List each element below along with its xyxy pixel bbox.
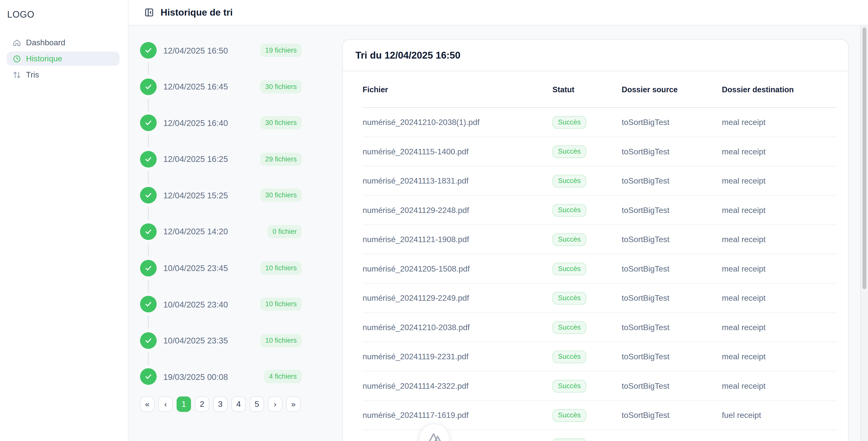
file-name: numérisé_20241210-2038(1).pdf xyxy=(363,118,552,127)
run-files-badge: 29 fichiers xyxy=(260,152,302,166)
destination-folder: meal receipt xyxy=(722,235,836,244)
collapse-sidebar-button[interactable] xyxy=(145,8,154,17)
file-name: numérisé_20241115-1400.pdf xyxy=(363,147,552,156)
source-folder: toSortBigTest xyxy=(622,264,722,273)
timeline-run: 10/04/2025 23:40 10 fichiers xyxy=(140,296,302,332)
destination-folder: meal receipt xyxy=(722,381,836,390)
table-body: numérisé_20241210-2038(1).pdf Succès toS… xyxy=(343,108,848,441)
source-folder: toSortBigTest xyxy=(622,294,722,302)
file-name: numérisé_20241129-2248.pdf xyxy=(363,206,552,214)
status-badge: Succès xyxy=(553,204,586,216)
success-check-icon xyxy=(140,332,157,349)
panel-title: Tri du 12/04/2025 16:50 xyxy=(355,49,460,61)
run-date: 10/04/2025 23:40 xyxy=(163,300,228,309)
destination-folder: meal receipt xyxy=(722,118,836,127)
table-row: numérisé_20241115-1400.pdf Succès toSort… xyxy=(363,137,836,166)
source-folder: toSortBigTest xyxy=(622,118,722,127)
run-files-badge: 30 fichiers xyxy=(260,80,302,93)
column-header-source: Dossier source xyxy=(622,85,722,94)
column-header-status: Statut xyxy=(553,85,622,94)
timeline-run: 12/04/2025 16:45 30 fichiers xyxy=(140,78,302,114)
timeline-run-row[interactable]: 12/04/2025 16:45 30 fichiers xyxy=(140,78,302,95)
run-files-badge: 4 fichiers xyxy=(264,370,302,383)
pagination-button[interactable]: 2 xyxy=(195,397,209,412)
timeline-run-row[interactable]: 12/04/2025 16:40 30 fichiers xyxy=(140,115,302,131)
pagination-button-label: ‹ xyxy=(164,400,167,409)
run-date: 12/04/2025 16:50 xyxy=(163,45,228,55)
success-check-icon xyxy=(140,223,157,240)
timeline-run: 12/04/2025 14:20 0 fichier xyxy=(140,223,302,260)
panel-header: Tri du 12/04/2025 16:50 xyxy=(343,40,848,71)
sidebar-item-dashboard[interactable]: Dashboard xyxy=(6,35,120,50)
sidebar-item-label: Dashboard xyxy=(26,38,65,47)
pagination-button-label: 5 xyxy=(254,400,259,409)
destination-folder: meal receipt xyxy=(722,440,836,441)
pagination-button[interactable]: 4 xyxy=(231,397,246,412)
pagination-button-label: « xyxy=(145,400,150,409)
success-check-icon xyxy=(140,296,157,312)
page-title: Historique de tri xyxy=(161,7,233,18)
file-name: numérisé_20241117-1619.pdf xyxy=(363,411,552,420)
timeline-run-row[interactable]: 10/04/2025 23:40 10 fichiers xyxy=(140,296,302,312)
destination-folder: meal receipt xyxy=(722,147,836,156)
pagination-button-label: 2 xyxy=(200,400,205,409)
status-badge: Succès xyxy=(553,174,586,187)
run-detail-panel: Tri du 12/04/2025 16:50 Fichier Statut D… xyxy=(342,39,848,441)
timeline-run: 12/04/2025 16:40 30 fichiers xyxy=(140,115,302,151)
timeline-run-row[interactable]: 10/04/2025 23:35 10 fichiers xyxy=(140,332,302,349)
success-check-icon xyxy=(140,151,157,167)
run-date: 12/04/2025 15:25 xyxy=(163,191,228,200)
pagination-button[interactable]: › xyxy=(268,397,282,412)
pagination-button[interactable]: 1 xyxy=(177,397,191,412)
table-row: numérisé_20241114-2322.pdf Succès toSort… xyxy=(363,372,836,401)
timeline-run-row[interactable]: 12/04/2025 16:50 19 fichiers xyxy=(140,42,302,59)
sidebar-item-historique[interactable]: Historique xyxy=(6,52,120,66)
destination-folder: meal receipt xyxy=(722,176,836,185)
table-row: numérisé_20241113-1831.pdf Succès toSort… xyxy=(363,166,836,196)
pagination-button[interactable]: » xyxy=(286,397,301,412)
pagination: « ‹ 1 2 3 4 5 › » xyxy=(140,397,301,412)
table-row: numérisé_20241210-2038.pdf Succès toSort… xyxy=(363,313,836,342)
scrollbar-thumb[interactable] xyxy=(862,28,866,289)
file-name: numérisé_20241129-2249(1).pdf xyxy=(363,440,552,441)
sidebar-nav: Dashboard Historique Tris xyxy=(0,35,128,83)
timeline-run-row[interactable]: 10/04/2025 23:45 10 fichiers xyxy=(140,260,302,276)
status-badge: Succès xyxy=(553,438,586,441)
pagination-button-label: » xyxy=(291,400,296,409)
file-name: numérisé_20241119-2231.pdf xyxy=(363,352,552,361)
run-files-badge: 10 fichiers xyxy=(260,334,302,347)
timeline-run-row[interactable]: 12/04/2025 15:25 30 fichiers xyxy=(140,187,302,204)
pagination-button-label: 4 xyxy=(237,400,241,409)
timeline: 12/04/2025 16:50 19 fichiers 12/04/2025 … xyxy=(140,42,302,405)
sidebar-item-tris[interactable]: Tris xyxy=(6,67,120,82)
pagination-button[interactable]: « xyxy=(140,397,154,412)
table-row: numérisé_20241205-1508.pdf Succès toSort… xyxy=(363,255,836,284)
timeline-run-row[interactable]: 19/03/2025 00:08 4 fichiers xyxy=(140,368,302,385)
status-badge: Succès xyxy=(553,321,586,334)
pagination-button[interactable]: ‹ xyxy=(158,397,173,412)
run-files-badge: 0 fichier xyxy=(268,225,302,238)
clock-icon xyxy=(13,55,21,63)
pagination-button-label: 1 xyxy=(182,400,186,409)
file-name: numérisé_20241205-1508.pdf xyxy=(363,264,552,273)
pagination-button[interactable]: 3 xyxy=(213,397,227,412)
file-name: numérisé_20241129-2249.pdf xyxy=(363,294,552,302)
success-check-icon xyxy=(140,187,157,204)
sidebar-item-label: Tris xyxy=(26,70,39,79)
run-date: 10/04/2025 23:35 xyxy=(163,336,228,345)
timeline-run-row[interactable]: 12/04/2025 14:20 0 fichier xyxy=(140,223,302,240)
source-folder: toSortBigTest xyxy=(622,176,722,185)
column-header-file: Fichier xyxy=(363,85,552,94)
destination-folder: fuel receipt xyxy=(722,411,836,420)
source-folder: toSortBigTest xyxy=(622,381,722,390)
status-badge: Succès xyxy=(553,409,586,421)
run-date: 12/04/2025 16:40 xyxy=(163,118,228,128)
home-icon xyxy=(13,38,21,47)
scrollbar[interactable] xyxy=(860,25,868,441)
status-badge: Succès xyxy=(553,350,586,363)
timeline-run-row[interactable]: 12/04/2025 16:25 29 fichiers xyxy=(140,151,302,167)
status-badge: Succès xyxy=(553,116,586,129)
table-row: numérisé_20241129-2248.pdf Succès toSort… xyxy=(363,196,836,225)
pagination-button[interactable]: 5 xyxy=(250,397,264,412)
file-name: numérisé_20241113-1831.pdf xyxy=(363,176,552,185)
